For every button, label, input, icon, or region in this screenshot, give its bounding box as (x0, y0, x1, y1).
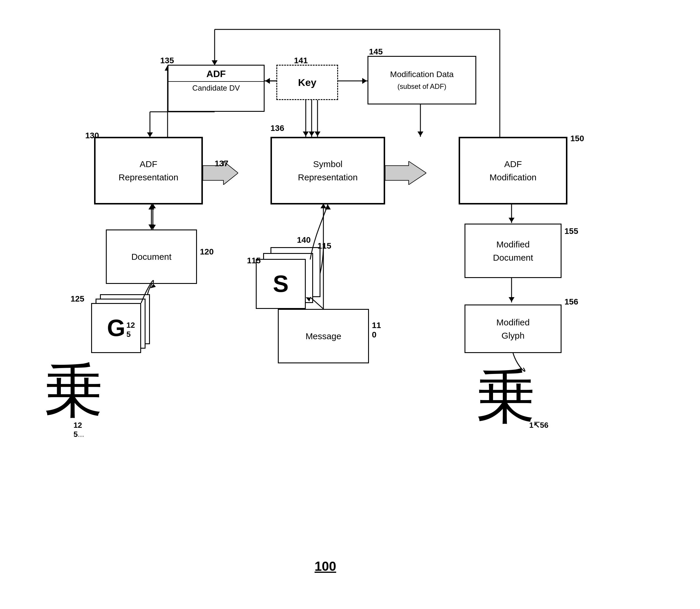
diagram-container: ADF Candidate DV 135 Key 141 Modificatio… (0, 0, 700, 609)
adf-sublabel: Candidate DV (192, 82, 240, 93)
label-115a: 115 (247, 256, 261, 265)
svg-marker-35 (148, 205, 154, 209)
label-115b: 115 (318, 241, 331, 251)
svg-marker-15 (417, 132, 423, 136)
label-137: 137 (215, 159, 229, 168)
label-125-glyph: 125... (73, 421, 84, 439)
g-symbol: G (107, 314, 125, 342)
modified-document-box: ModifiedDocument (465, 224, 561, 278)
svg-marker-28 (508, 218, 515, 222)
label-110: 110 (372, 321, 381, 340)
label-120: 120 (200, 247, 214, 257)
adf-modification-label: ADFModification (489, 157, 537, 184)
modified-document-label: ModifiedDocument (493, 238, 533, 264)
label-125b: 125 (126, 321, 135, 339)
modified-glyph-label: ModifiedGlyph (496, 316, 530, 342)
label-155: 155 (564, 227, 578, 236)
svg-marker-30 (508, 297, 515, 302)
adf-label: ADF (207, 69, 226, 80)
message-box: Message (278, 309, 369, 363)
adf-representation-label: ADFRepresentation (119, 157, 178, 184)
label-136: 136 (270, 124, 284, 133)
svg-marker-32 (385, 161, 426, 185)
label-125: 125 (71, 294, 84, 303)
glyph-bottom-right: 乗 (476, 368, 535, 427)
large-arrow-symtoadf (385, 161, 426, 185)
symbol-representation-box: SymbolRepresentation (270, 137, 385, 205)
svg-marker-24 (150, 225, 156, 229)
symbol-representation-label: SymbolRepresentation (298, 157, 358, 184)
document-box: Document (106, 229, 197, 284)
modified-glyph-box: ModifiedGlyph (465, 304, 561, 353)
label-145: 145 (369, 47, 383, 56)
label-150: 150 (570, 134, 584, 143)
svg-marker-33 (150, 284, 156, 288)
figure-label: 100 (315, 559, 336, 574)
document-label: Document (131, 252, 172, 262)
label-135: 135 (160, 56, 174, 65)
label-141: 141 (294, 56, 308, 65)
svg-marker-18 (147, 133, 153, 137)
label-156-arrow: 156 (564, 297, 578, 307)
label-130: 130 (85, 131, 99, 140)
s-symbol: S (273, 271, 288, 297)
svg-marker-7 (362, 78, 367, 84)
key-label: Key (298, 77, 316, 88)
svg-marker-13 (315, 132, 321, 136)
adf-box: ADF Candidate DV (167, 65, 265, 112)
modification-data-label: Modification Data(subset of ADF) (390, 69, 454, 91)
svg-marker-36 (148, 225, 154, 229)
svg-marker-11 (309, 132, 315, 136)
svg-marker-5 (265, 78, 270, 84)
label-140: 140 (297, 236, 311, 245)
svg-marker-37 (325, 205, 331, 209)
svg-marker-9 (303, 132, 309, 136)
key-box: Key (276, 65, 338, 100)
modification-data-box: Modification Data(subset of ADF) (367, 56, 476, 104)
message-label: Message (305, 331, 341, 341)
glyph-bottom-left: 乗 (44, 362, 103, 421)
adf-modification-box: ADFModification (459, 137, 568, 205)
label-156-glyph: 1↸56 (529, 421, 548, 430)
adf-representation-box: ADFRepresentation (94, 137, 203, 205)
